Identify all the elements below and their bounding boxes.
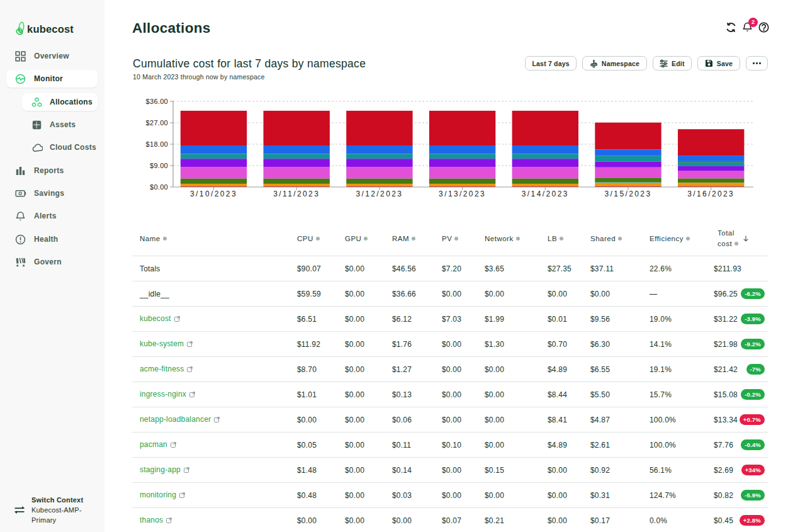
svg-text:$0.00: $0.00 [150,183,168,191]
svg-text:3/12/2023: 3/12/2023 [356,190,403,198]
svg-text:$27.00: $27.00 [146,119,168,127]
svg-text:3/11/2023: 3/11/2023 [273,190,320,198]
svg-text:$18.00: $18.00 [146,140,168,148]
svg-text:3/15/2023: 3/15/2023 [605,190,652,198]
svg-text:$9.00: $9.00 [150,162,168,169]
svg-text:3/16/2023: 3/16/2023 [687,190,735,198]
svg-text:$36.00: $36.00 [146,98,168,105]
svg-text:3/14/2023: 3/14/2023 [522,190,569,198]
svg-text:3/13/2023: 3/13/2023 [439,190,486,198]
svg-text:3/10/2023: 3/10/2023 [190,190,237,198]
